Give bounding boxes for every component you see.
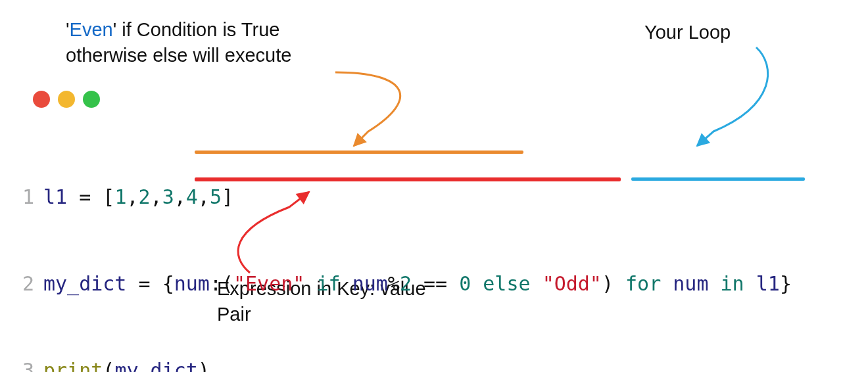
arrow-to-condition-icon [0,0,868,372]
